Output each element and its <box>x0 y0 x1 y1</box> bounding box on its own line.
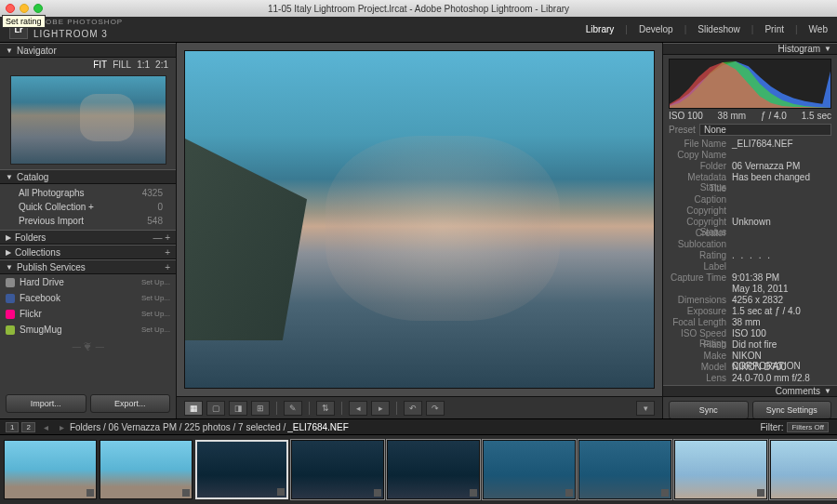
filter-label: Filter: <box>760 422 783 432</box>
filmstrip-thumb[interactable] <box>100 440 193 499</box>
meta-folder[interactable]: 06 Vernazza PM <box>732 161 831 170</box>
publish-flickr[interactable]: FlickrSet Up... <box>0 306 176 322</box>
publish-hard-drive[interactable]: Hard DriveSet Up... <box>0 274 176 290</box>
panel-ornament: ⸻ ❦ ⸻ <box>0 338 176 354</box>
meta-caption[interactable] <box>732 194 831 204</box>
meta-flash: Did not fire <box>732 339 831 349</box>
survey-view-button[interactable]: ⊞ <box>251 401 270 416</box>
collections-header[interactable]: ▶Collections+ <box>0 245 176 259</box>
export-button[interactable]: Export... <box>90 394 171 413</box>
meta-label[interactable] <box>732 261 831 271</box>
breadcrumb-file: _ELI7684.NEF <box>287 422 349 432</box>
import-button[interactable]: Import... <box>6 394 86 413</box>
module-library[interactable]: Library <box>586 24 615 34</box>
compare-view-button[interactable]: ◨ <box>229 401 247 416</box>
nav-fill[interactable]: FILL <box>113 60 131 70</box>
rotate-ccw-button[interactable]: ↶ <box>404 401 422 416</box>
module-print[interactable]: Print <box>764 24 784 34</box>
meta-exposure: 1.5 sec at ƒ / 4.0 <box>732 306 831 315</box>
catalog-previous-import[interactable]: Previous Import548 <box>0 214 176 228</box>
prev-photo-button[interactable]: ◂ <box>349 401 367 416</box>
meta-model: NIKON D700 <box>732 362 831 371</box>
meta-iso: ISO 100 <box>732 328 831 338</box>
meta-status[interactable]: Has been changed <box>732 172 831 181</box>
filter-dropdown[interactable]: Filters Off <box>787 422 829 432</box>
main-window-toggle[interactable]: 1 <box>6 422 19 432</box>
loupe-view-button[interactable]: ▢ <box>206 401 225 416</box>
meta-copyname[interactable] <box>732 150 831 159</box>
filmstrip-thumb[interactable] <box>770 440 837 499</box>
meta-title[interactable] <box>732 183 831 192</box>
meta-filename[interactable]: _ELI7684.NEF <box>732 139 831 148</box>
meta-copyright-status[interactable]: Unknown <box>732 217 831 226</box>
meta-focal-length: 38 mm <box>732 317 831 326</box>
catalog-header[interactable]: ▼Catalog <box>0 169 176 184</box>
catalog-all-photographs[interactable]: All Photographs4325 <box>0 186 176 200</box>
sync-button[interactable]: Sync <box>669 401 749 419</box>
histo-shutter: 1.5 sec <box>802 111 831 121</box>
module-web[interactable]: Web <box>809 24 828 34</box>
filmstrip-thumb[interactable] <box>578 440 671 499</box>
main-photo-preview[interactable] <box>184 50 655 389</box>
grid-view-button[interactable]: ▦ <box>184 401 203 416</box>
module-slideshow[interactable]: Slideshow <box>698 24 740 34</box>
meta-rating[interactable]: . . . . . <box>732 250 831 259</box>
filmstrip-thumb[interactable] <box>387 440 480 499</box>
preset-label: Preset <box>669 125 696 135</box>
catalog-quick-collection[interactable]: Quick Collection +0 <box>0 200 176 214</box>
app-name: ADOBE PHOTOSHOP LIGHTROOM 3 <box>33 20 123 40</box>
comments-header[interactable]: Comments▼ <box>663 385 837 397</box>
meta-lens: 24.0-70.0 mm f/2.8 <box>732 373 831 382</box>
meta-make: NIKON CORPORATION <box>732 351 831 360</box>
module-develop[interactable]: Develop <box>639 24 673 34</box>
publish-facebook[interactable]: FacebookSet Up... <box>0 290 176 306</box>
meta-creator[interactable] <box>732 228 831 237</box>
navigator-header[interactable]: ▼Navigator <box>0 43 176 58</box>
painter-tool[interactable]: ✎ <box>284 401 302 416</box>
filmstrip-thumb[interactable] <box>195 440 288 499</box>
histogram-header[interactable]: Histogram▼ <box>663 43 837 55</box>
preset-dropdown[interactable]: None <box>699 124 831 136</box>
meta-capture-time[interactable]: 9:01:38 PM <box>732 272 831 282</box>
filmstrip-thumb[interactable] <box>483 440 576 499</box>
histo-aperture: ƒ / 4.0 <box>761 111 787 121</box>
nav-2to1[interactable]: 2:1 <box>155 60 168 70</box>
navigator-thumbnail[interactable] <box>10 75 166 165</box>
filmstrip[interactable] <box>0 435 837 504</box>
meta-dimensions: 4256 x 2832 <box>732 295 831 304</box>
folders-header[interactable]: ▶Folders— + <box>0 230 176 245</box>
histo-iso: ISO 100 <box>669 111 703 121</box>
sync-settings-button[interactable]: Sync Settings <box>752 401 832 419</box>
toolbar-menu[interactable]: ▾ <box>636 401 655 416</box>
rotate-cw-button[interactable]: ↷ <box>426 401 445 416</box>
breadcrumb-fwd[interactable]: ▸ <box>60 422 64 432</box>
histogram-plot <box>669 59 831 109</box>
publish-smugmug[interactable]: SmugMugSet Up... <box>0 322 176 338</box>
histo-focal: 38 mm <box>718 111 747 121</box>
meta-sublocation[interactable] <box>732 239 831 248</box>
meta-capture-date: May 18, 2011 <box>732 284 831 293</box>
breadcrumb-back[interactable]: ◂ <box>44 422 48 432</box>
filmstrip-thumb[interactable] <box>674 440 767 499</box>
loupe-toolbar: ▦ ▢ ◨ ⊞ ✎ ⇅ ◂ ▸ ↶ ↷ ▾ <box>177 396 662 418</box>
nav-1to1[interactable]: 1:1 <box>137 60 150 70</box>
filmstrip-thumb[interactable] <box>291 440 384 499</box>
filmstrip-thumb[interactable] <box>4 440 97 499</box>
nav-fit[interactable]: FIT <box>93 60 107 70</box>
sort-direction[interactable]: ⇅ <box>316 401 335 416</box>
breadcrumb-path[interactable]: Folders / 06 Vernazza PM / 225 photos / … <box>70 422 286 432</box>
publish-header[interactable]: ▼Publish Services+ <box>0 259 176 274</box>
next-photo-button[interactable]: ▸ <box>371 401 390 416</box>
second-window-toggle[interactable]: 2 <box>21 422 34 432</box>
meta-copyright[interactable] <box>732 206 831 215</box>
tooltip: Set rating <box>2 15 46 28</box>
window-title: 11-05 Italy Lightroom Project.lrcat - Ad… <box>0 4 837 14</box>
